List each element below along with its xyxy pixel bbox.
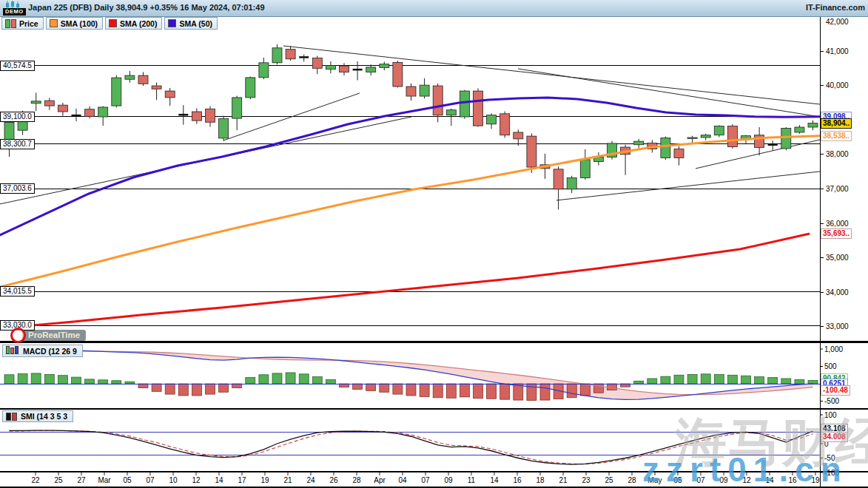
legend-chip-sma-50-[interactable]: SMA (50) xyxy=(164,17,218,30)
current-value-label: 38,538.. xyxy=(821,131,852,141)
date-axis-label: Mar xyxy=(98,476,111,484)
price-level-label: 38,300.7 xyxy=(0,139,35,149)
smi-legend-chip[interactable]: SMI (14 3 5 3 xyxy=(2,410,73,422)
date-axis-label: 28 xyxy=(352,476,361,484)
svg-text:42,000: 42,000 xyxy=(826,18,849,26)
current-value-label: -100.48 xyxy=(821,385,850,396)
svg-text:35,000: 35,000 xyxy=(826,254,849,262)
svg-text:38,000: 38,000 xyxy=(826,150,849,158)
chart-plot-area[interactable]: 42,00041,00040,00039,00038,00037,00036,0… xyxy=(0,0,868,488)
price-level-label: 37,003.6 xyxy=(0,183,35,194)
svg-text:33,000: 33,000 xyxy=(826,322,849,331)
date-axis-label: 16 xyxy=(788,476,797,484)
date-axis-label: 22 xyxy=(31,476,40,484)
price-level-label: 34,015.5 xyxy=(0,286,35,296)
instrument-title: Japan 225 (DFB) Daily 38,904.9 +0.35% 16… xyxy=(28,3,265,12)
svg-text:-500: -500 xyxy=(824,397,839,405)
demo-badge: DEMO xyxy=(3,8,26,16)
svg-text:37,000: 37,000 xyxy=(826,185,849,193)
date-axis-label: 25 xyxy=(605,476,613,484)
legend-chip-label: Price xyxy=(19,19,38,28)
svg-text:-100: -100 xyxy=(824,469,839,477)
date-axis-label: 05 xyxy=(123,476,132,484)
price-level-label: 40,574.5 xyxy=(0,61,35,71)
legend-chip-label: SMA (50) xyxy=(179,19,212,28)
current-value-label: 35,693.. xyxy=(821,228,852,239)
date-axis-label: 09 xyxy=(444,476,453,484)
macd-legend-label: MACD (12 26 9 xyxy=(23,347,77,356)
macd-icon xyxy=(6,346,19,356)
date-axis-label: 07 xyxy=(146,476,155,484)
date-axis-label: 24 xyxy=(306,476,315,484)
sma-color-swatch xyxy=(50,19,58,27)
date-axis-label: 18 xyxy=(536,476,545,484)
legend-chip-sma-200-[interactable]: SMA (200) xyxy=(105,17,162,30)
brand-label: IT-Finance.com xyxy=(806,3,865,12)
date-axis-label: 14 xyxy=(765,476,774,484)
legend-chip-price[interactable]: Price xyxy=(1,17,44,30)
smi-icon xyxy=(6,413,17,421)
date-axis-label: 21 xyxy=(283,476,292,484)
title-bar: DEMO Japan 225 (DFB) Daily 38,904.9 +0.3… xyxy=(0,0,868,17)
date-axis-label: 17 xyxy=(238,476,246,484)
current-value-label: 34.008 xyxy=(821,432,848,442)
date-axis-label: 28 xyxy=(628,476,636,484)
date-axis-label: 09 xyxy=(719,476,728,484)
date-axis-label: 05 xyxy=(673,476,682,484)
price-icon xyxy=(5,19,16,28)
date-axis-label: 12 xyxy=(192,476,201,484)
svg-text:500: 500 xyxy=(824,362,837,370)
date-axis-label: 27 xyxy=(77,476,86,484)
broker-logo-icon xyxy=(10,328,26,343)
date-axis-label: 14 xyxy=(490,476,499,484)
smi-legend-label: SMI (14 3 5 3 xyxy=(21,412,67,421)
prorealtime-watermark: ProRealTime xyxy=(22,330,86,341)
date-axis-label: Apr xyxy=(374,476,386,484)
legend-chip-label: SMA (200) xyxy=(120,19,157,28)
date-axis-label: 10 xyxy=(169,476,178,484)
svg-text:100: 100 xyxy=(824,411,837,419)
date-axis-label: May xyxy=(648,476,662,484)
legend-chip-sma-100-[interactable]: SMA (100) xyxy=(46,17,103,30)
sma-color-swatch xyxy=(109,19,117,27)
date-axis-label: 21 xyxy=(559,476,568,484)
svg-text:1,000: 1,000 xyxy=(824,345,843,353)
legend-chip-label: SMA (100) xyxy=(61,19,98,28)
legend-bar: PriceSMA (100)SMA (200)SMA (50) xyxy=(1,17,218,30)
chart-app-window: DEMO Japan 225 (DFB) Daily 38,904.9 +0.3… xyxy=(0,0,868,488)
date-axis-label: 11 xyxy=(468,476,476,484)
date-axis-label: 07 xyxy=(421,476,430,484)
macd-legend-chip[interactable]: MACD (12 26 9 xyxy=(2,345,83,357)
date-axis-label: 19 xyxy=(260,476,269,484)
svg-text:40,000: 40,000 xyxy=(826,81,849,89)
svg-text:36,000: 36,000 xyxy=(826,220,849,228)
date-axis-label: 19 xyxy=(811,476,820,484)
date-axis-label: 16 xyxy=(513,476,522,484)
date-axis-label: 07 xyxy=(696,476,705,484)
svg-text:34,000: 34,000 xyxy=(826,288,849,296)
svg-text:-50: -50 xyxy=(824,454,835,462)
svg-text:41,000: 41,000 xyxy=(826,47,849,55)
current-value-label: 38,904.. xyxy=(821,118,852,129)
date-axis-label: 04 xyxy=(398,476,407,484)
date-axis-label: 26 xyxy=(329,476,338,484)
date-axis-label: 14 xyxy=(215,476,223,484)
sma-color-swatch xyxy=(168,19,176,27)
date-axis-label: 12 xyxy=(742,476,751,484)
date-axis-label: 25 xyxy=(54,476,63,484)
date-axis-label: 23 xyxy=(582,476,591,484)
price-level-label: 39,100.0 xyxy=(0,112,35,122)
